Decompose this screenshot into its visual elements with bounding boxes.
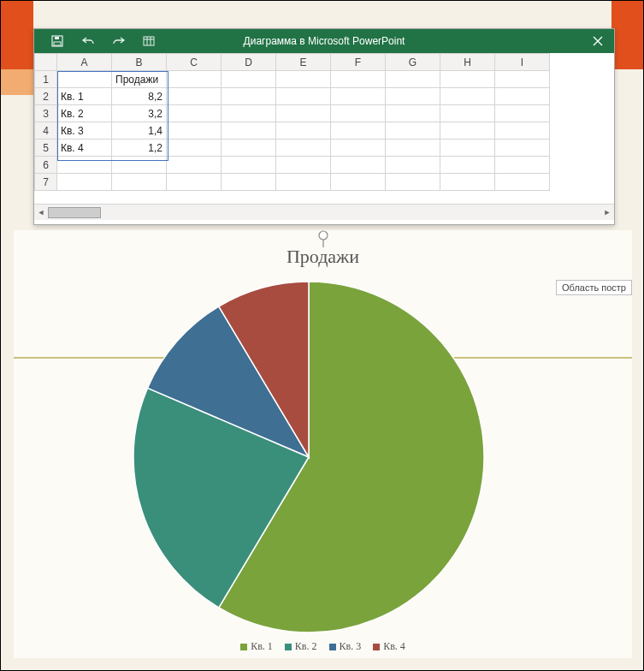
cell[interactable] bbox=[386, 71, 440, 88]
cell[interactable] bbox=[276, 71, 331, 88]
redo-icon[interactable] bbox=[111, 33, 127, 49]
close-button[interactable] bbox=[590, 33, 606, 49]
row-header[interactable]: 1 bbox=[35, 71, 57, 88]
cell[interactable] bbox=[495, 122, 550, 140]
cell[interactable] bbox=[57, 174, 112, 191]
scroll-thumb[interactable] bbox=[48, 207, 101, 218]
cell[interactable] bbox=[331, 140, 386, 157]
undo-icon[interactable] bbox=[80, 33, 96, 49]
cell[interactable] bbox=[276, 105, 331, 122]
row-header[interactable]: 6 bbox=[35, 157, 57, 174]
cell[interactable] bbox=[495, 174, 550, 191]
cell-a1[interactable] bbox=[57, 71, 112, 88]
cell[interactable] bbox=[112, 174, 167, 191]
cell[interactable] bbox=[222, 174, 276, 191]
scrollbar-horizontal[interactable]: ◄ ► bbox=[34, 204, 614, 220]
cell[interactable] bbox=[331, 174, 386, 191]
cell-a5[interactable]: Кв. 4 bbox=[57, 140, 112, 157]
spreadsheet-grid[interactable]: A B C D E F G H I 1 Продажи 2 bbox=[34, 53, 614, 204]
row-header[interactable]: 7 bbox=[35, 174, 57, 191]
cell-a3[interactable]: Кв. 2 bbox=[57, 105, 112, 122]
legend-label: Кв. 2 bbox=[295, 640, 317, 653]
row-header[interactable]: 3 bbox=[35, 105, 57, 122]
col-header[interactable]: E bbox=[276, 54, 331, 71]
cell[interactable] bbox=[222, 157, 276, 174]
cell[interactable] bbox=[222, 122, 276, 140]
cell[interactable] bbox=[276, 174, 331, 191]
pie-chart[interactable] bbox=[125, 273, 493, 641]
row-header[interactable]: 5 bbox=[35, 140, 57, 157]
col-header[interactable]: A bbox=[57, 54, 112, 71]
cell[interactable] bbox=[331, 71, 386, 88]
cell-a4[interactable]: Кв. 3 bbox=[57, 122, 112, 140]
cell[interactable] bbox=[222, 140, 276, 157]
cell[interactable] bbox=[386, 105, 440, 122]
cell[interactable] bbox=[495, 105, 550, 122]
cell[interactable] bbox=[276, 88, 331, 105]
cell[interactable] bbox=[440, 88, 495, 105]
cell[interactable] bbox=[167, 88, 222, 105]
cell[interactable] bbox=[386, 140, 440, 157]
rotate-handle-icon[interactable] bbox=[317, 230, 329, 251]
cell[interactable] bbox=[440, 71, 495, 88]
cell[interactable] bbox=[276, 157, 331, 174]
cell[interactable] bbox=[495, 71, 550, 88]
cell-b1[interactable]: Продажи bbox=[112, 71, 167, 88]
scroll-right-icon[interactable]: ► bbox=[602, 207, 612, 217]
col-header[interactable]: B bbox=[112, 54, 167, 71]
cell[interactable] bbox=[222, 71, 276, 88]
cell-b5[interactable]: 1,2 bbox=[112, 140, 167, 157]
cell[interactable] bbox=[167, 140, 222, 157]
cell[interactable] bbox=[440, 174, 495, 191]
col-header[interactable]: F bbox=[331, 54, 386, 71]
cell[interactable] bbox=[222, 88, 276, 105]
cell[interactable] bbox=[386, 122, 440, 140]
legend-item[interactable]: Кв. 3 bbox=[329, 640, 362, 653]
cell[interactable] bbox=[386, 157, 440, 174]
cell[interactable] bbox=[276, 140, 331, 157]
cell-b4[interactable]: 1,4 bbox=[112, 122, 167, 140]
cell[interactable] bbox=[440, 157, 495, 174]
row-header[interactable]: 4 bbox=[35, 122, 57, 140]
cell[interactable] bbox=[167, 122, 222, 140]
cell[interactable] bbox=[386, 88, 440, 105]
cell[interactable] bbox=[331, 157, 386, 174]
cell[interactable] bbox=[167, 157, 222, 174]
legend-item[interactable]: Кв. 1 bbox=[240, 640, 273, 653]
cell[interactable] bbox=[331, 88, 386, 105]
cell[interactable] bbox=[276, 122, 331, 140]
col-header[interactable]: G bbox=[386, 54, 440, 71]
edit-data-icon[interactable] bbox=[142, 33, 157, 49]
cell[interactable] bbox=[495, 88, 550, 105]
cell[interactable] bbox=[167, 71, 222, 88]
col-header[interactable]: D bbox=[222, 54, 276, 71]
legend-item[interactable]: Кв. 2 bbox=[285, 640, 317, 653]
cell[interactable] bbox=[57, 157, 112, 174]
cell[interactable] bbox=[440, 105, 495, 122]
cell[interactable] bbox=[440, 140, 495, 157]
legend-item[interactable]: Кв. 4 bbox=[373, 640, 405, 653]
slide-chart-container[interactable]: Продажи Область постр Кв. 1 Кв. 2 Кв. 3 … bbox=[14, 230, 632, 658]
col-header[interactable]: C bbox=[167, 54, 222, 71]
cell[interactable] bbox=[386, 174, 440, 191]
cell[interactable] bbox=[495, 140, 550, 157]
titlebar[interactable]: Диаграмма в Microsoft PowerPoint bbox=[34, 29, 614, 53]
cell[interactable] bbox=[222, 105, 276, 122]
cell[interactable] bbox=[495, 157, 550, 174]
cell[interactable] bbox=[167, 105, 222, 122]
cell[interactable] bbox=[440, 122, 495, 140]
row-header[interactable]: 2 bbox=[35, 88, 57, 105]
save-icon[interactable] bbox=[50, 33, 65, 49]
scroll-left-icon[interactable]: ◄ bbox=[36, 207, 46, 217]
col-header[interactable]: H bbox=[440, 54, 495, 71]
cell-a2[interactable]: Кв. 1 bbox=[57, 88, 112, 105]
col-header[interactable]: I bbox=[495, 54, 550, 71]
cell-b2[interactable]: 8,2 bbox=[112, 88, 167, 105]
cell[interactable] bbox=[167, 174, 222, 191]
cell-b3[interactable]: 3,2 bbox=[112, 105, 167, 122]
cell[interactable] bbox=[331, 122, 386, 140]
select-all-corner[interactable] bbox=[35, 54, 57, 71]
chart-legend[interactable]: Кв. 1 Кв. 2 Кв. 3 Кв. 4 bbox=[14, 640, 632, 653]
cell[interactable] bbox=[112, 157, 167, 174]
cell[interactable] bbox=[331, 105, 386, 122]
